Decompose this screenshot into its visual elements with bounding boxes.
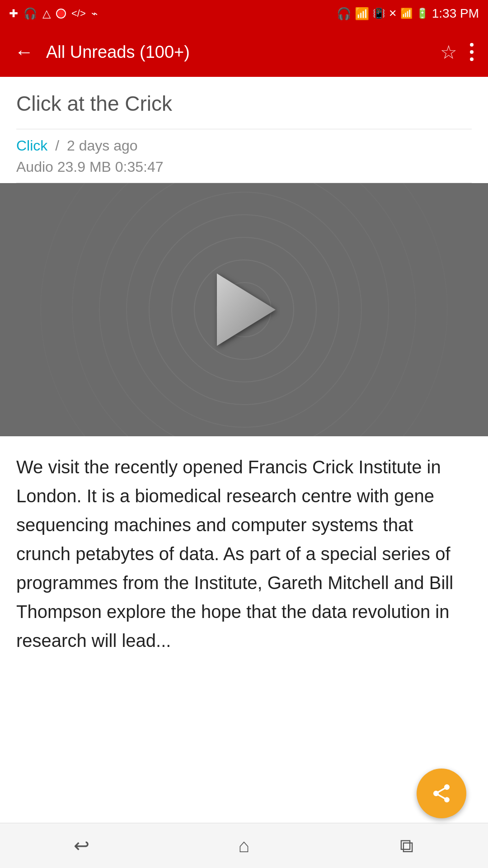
menu-dot: [470, 43, 474, 47]
meta-separator: /: [51, 137, 63, 154]
close-icon: ✕: [389, 8, 397, 19]
podcast-icon: 🎧: [23, 7, 37, 20]
sim-icon: 📳: [373, 8, 385, 19]
alert-icon: △: [42, 7, 51, 20]
add-icon: ✚: [9, 7, 18, 20]
toolbar-title: All Unreads (100+): [46, 42, 431, 62]
toolbar: ← All Unreads (100+) ☆: [0, 27, 488, 77]
star-button[interactable]: ☆: [440, 41, 457, 63]
recents-nav-icon: ⧉: [400, 835, 413, 857]
share-icon: [431, 783, 452, 804]
media-player[interactable]: [0, 183, 488, 436]
status-bar-left: ✚ 🎧 △ </> ⌁: [9, 7, 98, 20]
nav-recents-button[interactable]: ⧉: [384, 828, 429, 864]
headphone-icon: 🎧: [337, 7, 351, 21]
signal-icon: 📶: [400, 8, 413, 19]
article-title: Click at the Crick: [16, 91, 472, 116]
record-dot-icon: [56, 9, 66, 19]
more-menu-button[interactable]: [466, 38, 477, 66]
article-time: 2 days ago: [67, 137, 138, 154]
status-bar-right: 🎧 📶 📳 ✕ 📶 🔋 1:33 PM: [337, 6, 479, 21]
battery-icon: 🔋: [416, 8, 428, 19]
share-fab-button[interactable]: [417, 769, 466, 818]
article-source-link[interactable]: Click: [16, 137, 47, 154]
menu-dot: [470, 57, 474, 61]
back-nav-icon: ↩: [74, 835, 89, 857]
nav-home-button[interactable]: ⌂: [221, 828, 267, 864]
time-display: 1:33 PM: [432, 6, 479, 21]
bottom-navigation: ↩ ⌂ ⧉: [0, 823, 488, 868]
play-triangle-icon: [208, 269, 280, 350]
status-bar: ✚ 🎧 △ </> ⌁ 🎧 📶 📳 ✕ 📶 🔋 1:33 PM: [0, 0, 488, 27]
svg-marker-8: [217, 274, 276, 346]
home-nav-icon: ⌂: [238, 835, 249, 857]
wifi-icon: 📶: [355, 7, 369, 21]
content-area: Click at the Crick Click / 2 days ago Au…: [0, 77, 488, 183]
play-button[interactable]: [208, 269, 280, 350]
article-details: Audio 23.9 MB 0:35:47: [16, 159, 472, 175]
article-description: We visit the recently opened Francis Cri…: [0, 436, 488, 709]
menu-dot: [470, 50, 474, 54]
divider-top: [16, 129, 472, 129]
code-icon: </>: [71, 8, 86, 19]
back-button[interactable]: ←: [11, 38, 37, 66]
meta-row: Click / 2 days ago: [16, 137, 472, 154]
usb-icon: ⌁: [91, 7, 98, 20]
nav-back-button[interactable]: ↩: [59, 828, 104, 864]
